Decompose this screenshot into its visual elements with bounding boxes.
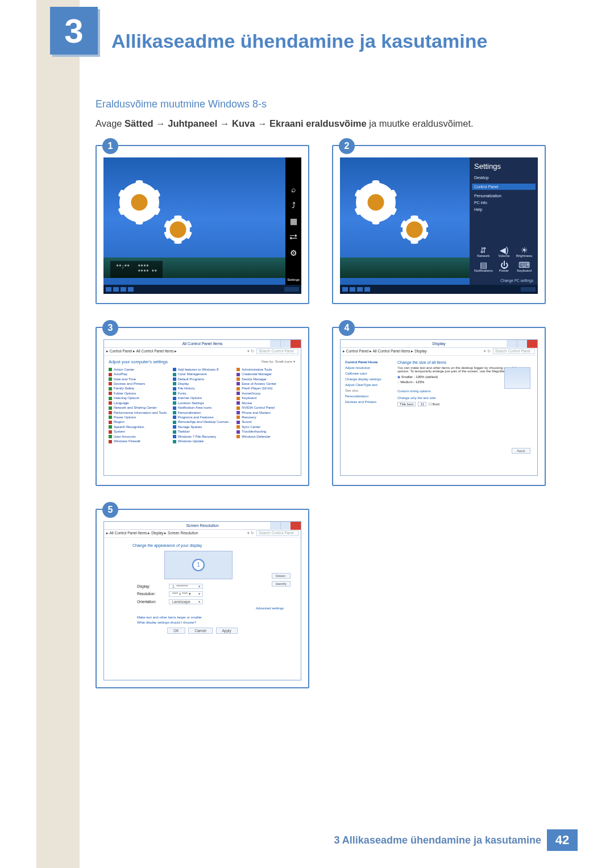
view-by-dropdown[interactable]: View by: Small icons ▾	[261, 359, 295, 363]
tile-brightness[interactable]: ☀Brightness	[515, 245, 533, 258]
help-link[interactable]: Make text and other items larger or smal…	[137, 616, 295, 619]
maximize-icon[interactable]	[280, 340, 291, 348]
cp-link[interactable]: Folder Options	[109, 392, 168, 395]
cp-link[interactable]: Notification Area Icons	[173, 406, 233, 409]
cp-link[interactable]: Language	[109, 401, 168, 405]
cp-link[interactable]: Action Center	[109, 368, 168, 371]
start-icon[interactable]: ▦	[290, 217, 297, 225]
apply-button[interactable]: Apply	[512, 448, 530, 454]
settings-item[interactable]: Desktop	[474, 176, 533, 180]
settings-item[interactable]: PC info	[474, 201, 533, 205]
minimize-icon[interactable]	[507, 340, 517, 348]
cp-link[interactable]: HomeGroup	[237, 392, 296, 395]
monitor-preview[interactable]	[164, 551, 233, 579]
cp-link[interactable]: Flash Player (32-bit)	[237, 387, 296, 390]
close-icon[interactable]	[291, 522, 301, 530]
close-icon[interactable]	[527, 340, 537, 348]
taskbar[interactable]	[103, 285, 301, 294]
cp-link[interactable]: Device Manager	[237, 377, 296, 381]
cp-link[interactable]: Windows Firewall	[109, 439, 168, 443]
settings-item[interactable]: Help	[474, 207, 533, 211]
cp-link[interactable]: Family Safety	[109, 387, 168, 390]
cp-link[interactable]: System	[109, 430, 168, 433]
cancel-button[interactable]: Cancel	[188, 628, 212, 634]
maximize-icon[interactable]	[280, 522, 291, 530]
address-bar[interactable]: ▸ Control Panel ▸ All Control Panel Item…	[341, 348, 537, 356]
ok-button[interactable]: OK	[167, 628, 185, 634]
cp-link[interactable]: Administrative Tools	[237, 368, 296, 371]
bold-checkbox[interactable]: ☐ Bold	[429, 402, 439, 406]
breadcrumb[interactable]: ▸ Control Panel ▸ All Control Panel Item…	[106, 349, 245, 354]
identify-button[interactable]: Identify	[272, 581, 291, 587]
search-input[interactable]: Search Control Panel	[256, 348, 298, 354]
cp-link[interactable]: Phone and Modem	[237, 411, 296, 414]
item-dropdown[interactable]: Title bars	[397, 402, 416, 406]
settings-flyout[interactable]: Settings Desktop Control Panel Personali…	[470, 157, 538, 285]
minimize-icon[interactable]	[270, 340, 280, 348]
cp-link[interactable]: Performance Information and Tools	[109, 411, 168, 414]
sidebar-link[interactable]: Adjust ClearType text	[345, 383, 394, 387]
cp-link[interactable]: Storage Spaces	[173, 425, 233, 429]
cp-link[interactable]: Indexing Options	[109, 396, 168, 400]
breadcrumb[interactable]: ▸ All Control Panel Items ▸ Display ▸ Sc…	[106, 531, 245, 535]
cp-link[interactable]: Color Management	[173, 372, 233, 376]
advanced-settings-link[interactable]: Advanced settings	[110, 607, 284, 610]
cp-link[interactable]: Default Programs	[173, 377, 233, 381]
cp-link[interactable]: Ease of Access Center	[237, 382, 296, 385]
orientation-dropdown[interactable]: Landscape	[169, 599, 203, 604]
sidebar-link[interactable]: Adjust resolution	[345, 366, 394, 369]
size-dropdown[interactable]: 11	[418, 402, 426, 406]
detect-button[interactable]: Detect	[272, 573, 291, 579]
display-window[interactable]: Display ▸ Control Panel ▸ All Control Pa…	[340, 339, 538, 476]
tile-notifications[interactable]: ▤Notifications	[474, 260, 493, 272]
cp-link[interactable]: AutoPlay	[109, 372, 168, 376]
control-panel-window[interactable]: All Control Panel Items ▸ Control Panel …	[103, 339, 301, 476]
maximize-icon[interactable]	[517, 340, 527, 348]
cp-link[interactable]: Add features to Windows 8	[173, 368, 233, 371]
search-icon[interactable]: ⌕	[291, 185, 296, 193]
cp-link[interactable]: File History	[173, 387, 233, 390]
search-input[interactable]: Search Control Panel	[256, 530, 298, 536]
sidebar-link[interactable]: Change display settings	[345, 377, 394, 381]
resolution-dropdown[interactable]: **** x **** ▾	[169, 591, 203, 597]
cp-link[interactable]: Credential Manager	[237, 372, 296, 376]
settings-icon[interactable]: ⚙	[290, 249, 297, 257]
cp-link[interactable]: Windows 7 File Recovery	[173, 435, 233, 438]
share-icon[interactable]: ⤴	[292, 201, 296, 209]
cp-link[interactable]: Fonts	[173, 392, 233, 395]
minimize-icon[interactable]	[270, 522, 280, 530]
taskbar[interactable]	[340, 285, 538, 294]
cp-link[interactable]: Windows Defender	[237, 435, 296, 438]
cp-link[interactable]: Taskbar	[173, 430, 233, 433]
cp-link[interactable]: Programs and Features	[173, 416, 233, 419]
devices-icon[interactable]: ⮂	[289, 233, 297, 241]
cp-link[interactable]: Devices and Printers	[109, 382, 168, 385]
cp-link[interactable]: Personalization	[173, 411, 233, 414]
cp-link[interactable]: Date and Time	[109, 377, 168, 381]
settings-item-highlight[interactable]: Control Panel	[472, 184, 536, 190]
cp-link[interactable]: Power Options	[109, 416, 168, 419]
cp-link[interactable]: Internet Options	[173, 396, 233, 400]
tile-volume[interactable]: ◀)Volume	[495, 245, 513, 258]
tile-keyboard[interactable]: ⌨Keyboard	[515, 260, 533, 272]
window-titlebar[interactable]: Screen Resolution	[104, 522, 301, 530]
help-link[interactable]: What display settings should I choose?	[137, 621, 295, 624]
search-input[interactable]: Search Control Panel	[493, 348, 535, 354]
breadcrumb[interactable]: ▸ Control Panel ▸ All Control Panel Item…	[343, 349, 482, 354]
screen-resolution-window[interactable]: Screen Resolution ▸ All Control Panel It…	[103, 521, 301, 680]
cp-link[interactable]: Sound	[237, 420, 296, 423]
settings-item[interactable]: Personalization	[474, 194, 533, 198]
cp-link[interactable]: Sync Center	[237, 425, 296, 429]
cp-link[interactable]: Windows Update	[173, 439, 233, 443]
apply-button[interactable]: Apply	[216, 628, 238, 634]
change-pc-settings-link[interactable]: Change PC settings	[474, 279, 533, 283]
cp-link[interactable]: Network and Sharing Center	[109, 406, 168, 409]
address-bar[interactable]: ▸ All Control Panel Items ▸ Display ▸ Sc…	[104, 530, 301, 538]
cp-home-link[interactable]: Control Panel Home	[345, 360, 394, 364]
cp-link[interactable]: Speech Recognition	[109, 425, 168, 429]
see-also-link[interactable]: Devices and Printers	[345, 400, 394, 404]
cp-link[interactable]: Keyboard	[237, 396, 296, 400]
tile-network[interactable]: ⇵Network	[474, 245, 493, 258]
cp-link[interactable]: Display	[173, 382, 233, 385]
window-titlebar[interactable]: Display	[341, 340, 537, 348]
